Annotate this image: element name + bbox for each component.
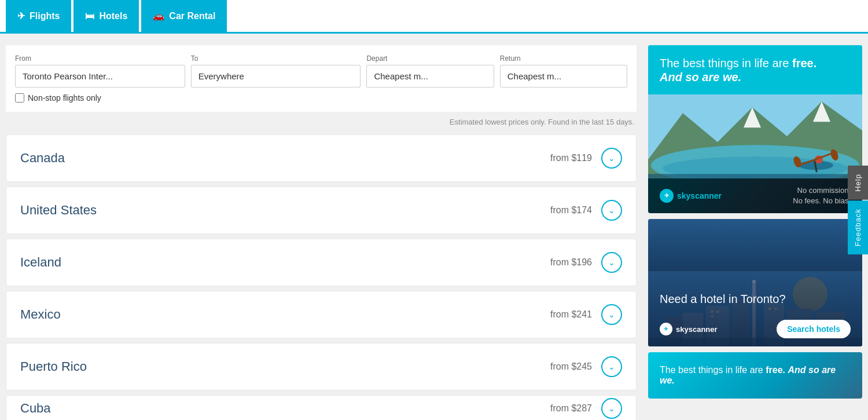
side-tabs: Help Feedback (848, 166, 868, 255)
search-hotels-button[interactable]: Search hotels (777, 320, 851, 338)
destination-row[interactable]: Puerto Rico from $245 ⌄ (6, 343, 637, 390)
dest-price-mexico: from $241 (550, 309, 592, 320)
tab-car-rental[interactable]: 🚗 Car Rental (141, 0, 227, 33)
right-sidebar: The best things in life are free. And so… (648, 45, 862, 420)
search-form: From To Depart Return Non-stop f (6, 45, 637, 112)
dest-name-canada: Canada (20, 151, 65, 166)
tab-car-rental-label: Car Rental (169, 11, 215, 21)
chevron-down-icon[interactable]: ⌄ (601, 200, 622, 221)
dest-name-us: United States (20, 203, 97, 218)
hotels-icon: 🛏 (85, 11, 94, 21)
dest-price-iceland: from $196 (550, 257, 592, 268)
destination-list: Canada from $119 ⌄ United States from $1… (6, 134, 637, 420)
destination-row[interactable]: Iceland from $196 ⌄ (6, 239, 637, 286)
return-input[interactable] (500, 65, 627, 87)
dest-right-canada: from $119 ⌄ (550, 148, 622, 169)
ad-card-3-text: The best things in life are free. And so… (660, 365, 851, 386)
chevron-down-icon[interactable]: ⌄ (601, 148, 622, 169)
dest-right-cuba: from $287 ⌄ (550, 398, 622, 419)
help-tab[interactable]: Help (848, 166, 868, 200)
ad-card-1: The best things in life are free. And so… (648, 45, 862, 213)
dest-name-mexico: Mexico (20, 307, 61, 322)
skyscanner-logo-text: skyscanner (677, 191, 722, 200)
main-layout: From To Depart Return Non-stop f (0, 34, 868, 420)
ad3-italic: And so are we. (660, 365, 836, 385)
chevron-down-icon[interactable]: ⌄ (601, 252, 622, 273)
form-row: From To Depart Return (15, 54, 627, 87)
depart-input[interactable] (366, 65, 494, 87)
return-label: Return (500, 54, 627, 63)
to-group: To (191, 54, 361, 87)
ad-card-1-header: The best things in life are free. And so… (648, 45, 862, 94)
svg-rect-12 (648, 174, 862, 178)
dest-right-puertorico: from $245 ⌄ (550, 356, 622, 377)
ad-card-2-content: Need a hotel in Toronto? (648, 284, 862, 320)
ad-card-3: The best things in life are free. And so… (648, 352, 862, 399)
no-commission-text: No commission.No fees. No bias. (793, 185, 851, 206)
depart-group: Depart (366, 54, 494, 87)
skyscanner-logo-icon-2: ✈ (660, 323, 672, 335)
skyscanner-logo-text-2: skyscanner (676, 325, 718, 334)
return-group: Return (500, 54, 627, 87)
from-label: From (15, 54, 185, 63)
destination-row[interactable]: Canada from $119 ⌄ (6, 134, 637, 182)
dest-name-iceland: Iceland (20, 255, 61, 270)
chevron-down-icon[interactable]: ⌄ (601, 398, 622, 419)
ad-card-1-footer: ✈ skyscanner No commission.No fees. No b… (648, 178, 862, 213)
to-label: To (191, 54, 361, 63)
tab-hotels[interactable]: 🛏 Hotels (73, 0, 139, 33)
dest-price-puertorico: from $245 (550, 361, 592, 372)
dest-right-iceland: from $196 ⌄ (550, 252, 622, 273)
chevron-down-icon[interactable]: ⌄ (601, 356, 622, 377)
hotel-toronto-text: Need a hotel in Toronto? (660, 293, 851, 306)
dest-name-puertorico: Puerto Rico (20, 359, 87, 374)
tab-flights[interactable]: ✈ Flights (6, 0, 71, 33)
dest-name-cuba: Cuba (20, 401, 51, 416)
ad-italic-text: And so are we. (660, 71, 851, 84)
flights-icon: ✈ (17, 10, 25, 21)
top-navigation: ✈ Flights 🛏 Hotels 🚗 Car Rental (0, 0, 868, 34)
car-icon: 🚗 (153, 10, 164, 21)
to-input[interactable] (191, 65, 361, 87)
ad-card-1-image (648, 94, 862, 178)
ad-bold-free: free. (792, 57, 816, 70)
destination-row[interactable]: Cuba from $287 ⌄ (6, 395, 637, 420)
nonstop-row: Non-stop flights only (15, 93, 627, 103)
dest-right-us: from $174 ⌄ (550, 200, 622, 221)
dest-price-us: from $174 (550, 205, 592, 216)
destination-row[interactable]: Mexico from $241 ⌄ (6, 291, 637, 338)
skyscanner-logo-2: ✈ skyscanner (660, 323, 718, 335)
nonstop-checkbox[interactable] (15, 93, 24, 103)
left-content: From To Depart Return Non-stop f (6, 45, 648, 420)
chevron-down-icon[interactable]: ⌄ (601, 304, 622, 325)
tab-hotels-label: Hotels (99, 11, 127, 21)
depart-label: Depart (366, 54, 494, 63)
skyscanner-logo-icon: ✈ (660, 189, 674, 203)
tab-flights-label: Flights (30, 11, 60, 21)
ad-card-2-footer: ✈ skyscanner Search hotels (648, 320, 862, 346)
nonstop-label: Non-stop flights only (28, 93, 101, 103)
ad-card-2: Need a hotel in Toronto? ✈ skyscanner Se… (648, 219, 862, 346)
destination-row[interactable]: United States from $174 ⌄ (6, 187, 637, 234)
ad3-bold: free. (766, 365, 785, 375)
from-group: From (15, 54, 185, 87)
feedback-tab[interactable]: Feedback (848, 200, 868, 254)
from-input[interactable] (15, 65, 185, 87)
dest-price-canada: from $119 (550, 153, 592, 163)
dest-price-cuba: from $287 (550, 403, 592, 414)
skyscanner-logo-1: ✈ skyscanner (660, 189, 722, 203)
ad-free-text: The best things in life are free. (660, 56, 851, 71)
estimated-note: Estimated lowest prices only. Found in t… (6, 118, 637, 126)
dest-right-mexico: from $241 ⌄ (550, 304, 622, 325)
